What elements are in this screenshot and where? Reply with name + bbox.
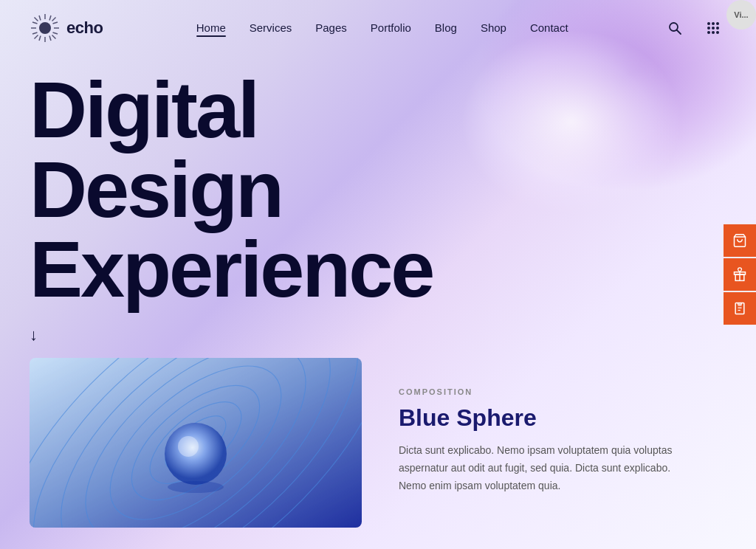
svg-line-12 <box>53 22 58 24</box>
logo-icon <box>30 13 61 44</box>
svg-point-30 <box>178 436 199 457</box>
grid-menu-button[interactable] <box>700 15 726 41</box>
main-nav: Home Services Pages Portfolio Blog Shop … <box>196 21 568 34</box>
grid-icon <box>707 22 719 34</box>
svg-line-13 <box>32 22 38 24</box>
svg-line-10 <box>49 35 51 41</box>
svg-line-16 <box>49 15 51 21</box>
content-panel: COMPOSITION Blue Sphere Dicta sunt expli… <box>399 358 756 495</box>
svg-line-8 <box>35 35 38 38</box>
gift-icon <box>732 267 747 282</box>
svg-line-11 <box>32 32 38 34</box>
search-icon <box>667 21 682 35</box>
svg-line-5 <box>35 17 38 21</box>
svg-point-0 <box>39 22 51 34</box>
gift-button[interactable] <box>724 258 756 291</box>
top-right-badge[interactable]: Vi... <box>726 0 756 30</box>
composition-section: COMPOSITION Blue Sphere Dicta sunt expli… <box>0 358 756 528</box>
nav-shop[interactable]: Shop <box>481 21 506 34</box>
svg-line-9 <box>39 15 41 21</box>
svg-point-31 <box>168 481 224 493</box>
blue-sphere-svg <box>30 358 362 528</box>
svg-line-18 <box>676 30 681 34</box>
svg-point-29 <box>165 423 227 485</box>
svg-line-15 <box>39 35 41 41</box>
clipboard-icon <box>732 301 747 316</box>
nav-blog[interactable]: Blog <box>435 21 457 34</box>
artwork-image <box>30 358 362 528</box>
svg-line-7 <box>52 17 56 21</box>
hero-line-2: Design <box>30 145 282 234</box>
sidebar-buttons <box>724 224 756 325</box>
nav-home[interactable]: Home <box>196 21 226 34</box>
nav-services[interactable]: Services <box>250 21 292 34</box>
hero-section: Digital Design Experience ↓ <box>0 55 756 343</box>
nav-pages[interactable]: Pages <box>315 21 347 34</box>
svg-line-6 <box>52 35 56 38</box>
nav-portfolio[interactable]: Portfolio <box>371 21 411 34</box>
cart-button[interactable] <box>724 224 756 257</box>
nav-contact[interactable]: Contact <box>530 21 568 34</box>
scroll-arrow[interactable]: ↓ <box>30 327 38 343</box>
cart-icon <box>732 233 747 248</box>
composition-title: Blue Sphere <box>399 404 756 432</box>
hero-line-3: Experience <box>30 224 433 314</box>
clipboard-button[interactable] <box>724 292 756 325</box>
logo[interactable]: echo <box>30 13 103 44</box>
composition-label: COMPOSITION <box>399 387 756 396</box>
site-header: echo Home Services Pages Portfolio Blog … <box>0 0 756 55</box>
header-icons <box>662 15 726 41</box>
hero-line-1: Digital <box>30 65 258 154</box>
search-button[interactable] <box>662 15 688 41</box>
logo-text: echo <box>66 18 103 38</box>
hero-title: Digital Design Experience <box>30 70 726 309</box>
composition-description: Dicta sunt explicabo. Nemo ipsam volupta… <box>399 442 679 494</box>
svg-line-14 <box>53 32 58 34</box>
